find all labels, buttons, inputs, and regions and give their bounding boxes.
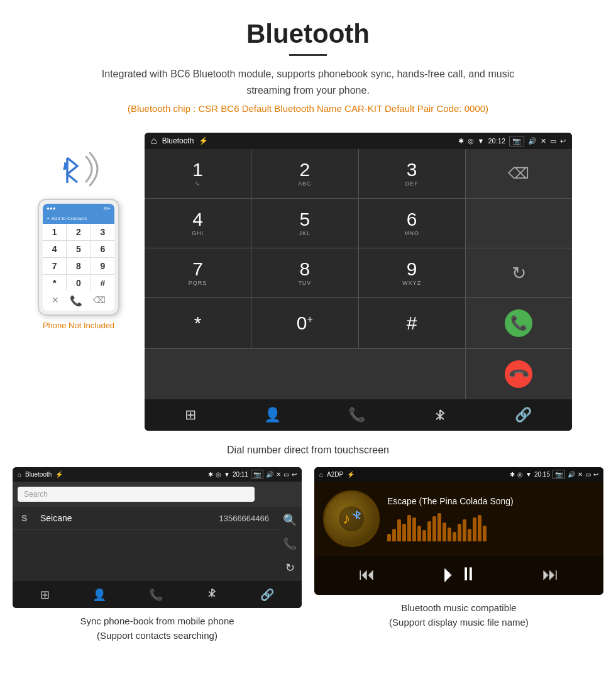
dialer-key-4[interactable]: 4 GHI [145,199,251,248]
play-pause-button[interactable]: ⏵⏸ [440,563,478,585]
nav-bluetooth-icon[interactable] [433,408,447,422]
dialer-refresh-cell[interactable]: ↻ [466,248,572,297]
phone-illustration: ʼ ●●●M+ +Add to Contacts 1 2 3 4 [19,133,138,330]
eq-bar [407,515,411,541]
backspace-icon: ⌫ [508,165,529,182]
dialer-key-8[interactable]: 8 TUV [251,248,358,297]
pb-nav-grid[interactable]: ⊞ [40,588,50,602]
prev-track-button[interactable]: ⏮ [359,565,375,584]
pb-call-icon[interactable]: 📞 [283,537,297,551]
phone-key-5[interactable]: 5 [67,241,90,257]
dialer-key-9[interactable]: 9 WXYZ [359,248,465,297]
pb-search-row: Search [13,482,302,507]
dialer-key-0[interactable]: 0+ [251,298,358,348]
dialer-key-6[interactable]: 6 MNO [359,199,465,248]
signal-icon: ▼ [478,137,485,145]
pb-nav-link[interactable]: 🔗 [260,588,274,602]
eq-bar [432,516,436,541]
phone-mockup: ●●●M+ +Add to Contacts 1 2 3 4 5 6 7 8 9… [38,199,119,316]
usb-icon: ⚡ [199,136,208,145]
page-title: Bluetooth [13,19,603,49]
dialer-call-green-cell[interactable]: 📞 [466,298,572,348]
music-time: 20:15 [534,471,550,478]
phone-key-0[interactable]: 0 [67,275,90,291]
next-track-button[interactable]: ⏭ [542,565,559,584]
pb-cam-icon[interactable]: 📷 [251,470,263,479]
phone-key-star[interactable]: * [43,275,66,291]
pb-back-icon[interactable]: ↩ [292,471,297,478]
pb-nav-bt[interactable] [206,587,217,602]
music-x-icon[interactable]: ✕ [578,471,583,478]
music-vol-icon[interactable]: 🔊 [568,471,575,478]
phone-key-3[interactable]: 3 [91,224,114,240]
eq-bar [453,532,456,541]
pb-win-icon[interactable]: ▭ [283,471,289,478]
pb-nav-phone[interactable]: 📞 [149,588,163,602]
pb-nav-contacts[interactable]: 👤 [92,588,106,602]
dialer-key-7[interactable]: 7 PQRS [145,248,251,297]
back-icon[interactable]: ↩ [560,137,566,145]
music-song-title: Escape (The Pina Colada Song) [387,496,595,506]
music-win-icon[interactable]: ▭ [585,471,591,478]
phone-key-4[interactable]: 4 [43,241,66,257]
close-icon[interactable]: ✕ [541,137,546,145]
dialer-call-red-cell[interactable]: 📞 [466,349,572,399]
home-icon[interactable]: ⌂ [151,135,157,147]
page-specs: (Bluetooth chip : CSR BC6 Default Blueto… [13,103,603,114]
phone-key-1[interactable]: 1 [43,224,66,240]
phone-key-6[interactable]: 6 [91,241,114,257]
dialer-key-2[interactable]: 2 ABC [251,149,358,198]
phone-key-7[interactable]: 7 [43,258,66,274]
nav-link-icon[interactable]: 🔗 [515,407,532,423]
music-info: Escape (The Pina Colada Song) [387,496,595,541]
pb-home-icon[interactable]: ⌂ [18,471,21,478]
phone-key-8[interactable]: 8 [67,258,90,274]
music-bt-icon: ✱ [510,471,515,478]
phone-key-2[interactable]: 2 [67,224,90,240]
music-back-icon[interactable]: ↩ [593,471,598,478]
nav-grid-icon[interactable]: ⊞ [185,407,196,423]
music-cam-icon[interactable]: 📷 [553,470,565,479]
phonebook-block: ⌂ Bluetooth ⚡ ✱ ◎ ▼ 20:11 📷 🔊 ✕ ▭ ↩ [13,467,302,643]
dialer-key-5[interactable]: 5 JKL [251,199,358,248]
eq-bar [478,515,481,541]
eq-bar [427,521,431,541]
pb-x-icon[interactable]: ✕ [276,471,281,478]
statusbar-right: ✱ ◎ ▼ 20:12 📷 🔊 ✕ ▭ ↩ [458,136,566,147]
music-sig-icon: ▼ [525,471,532,478]
pb-search-placeholder: Search [24,490,48,499]
call-red-button[interactable]: 📞 [505,360,532,388]
phone-keypad: 1 2 3 4 5 6 7 8 9 * 0 # [43,224,114,291]
volume-icon[interactable]: 🔊 [528,137,537,145]
svg-text:♪: ♪ [343,510,350,527]
pb-contact-letter: S [21,513,34,523]
music-home-icon[interactable]: ⌂ [319,471,323,478]
dialer-key-3[interactable]: 3 DEF [359,149,465,198]
music-screen: ⌂ A2DP ⚡ ✱ ◎ ▼ 20:15 📷 🔊 ✕ ▭ ↩ [314,467,603,595]
eq-bar [402,524,406,541]
call-end-icon: 📞 [507,362,531,385]
dialer-backspace-cell[interactable]: ⌫ [466,149,572,198]
call-green-button[interactable]: 📞 [505,309,532,337]
pb-refresh-icon[interactable]: ↻ [285,561,295,575]
nav-phone-icon[interactable]: 📞 [348,407,365,423]
pb-search-icon[interactable]: 🔍 [283,513,297,527]
pb-contact-item[interactable]: S Seicane 13566664466 [13,507,278,530]
dialer-key-star[interactable]: * [145,298,251,348]
window-icon[interactable]: ▭ [550,137,556,145]
nav-contacts-icon[interactable]: 👤 [264,407,281,423]
dialer-key-1[interactable]: 1 ∿ [145,149,251,198]
bluetooth-status-icon: ✱ [458,137,464,145]
pb-search-box[interactable]: Search [18,487,255,502]
pb-statusbar: ⌂ Bluetooth ⚡ ✱ ◎ ▼ 20:11 📷 🔊 ✕ ▭ ↩ [13,467,302,482]
pb-bt-icon: ✱ [208,471,213,478]
main-content: ʼ ●●●M+ +Add to Contacts 1 2 3 4 [0,126,616,437]
dialer-key-hash[interactable]: # [359,298,465,348]
eq-bar [397,519,401,541]
eq-bar [437,513,441,541]
phone-key-hash[interactable]: # [91,275,114,291]
phone-key-9[interactable]: 9 [91,258,114,274]
pb-vol-icon[interactable]: 🔊 [266,471,273,478]
phonebook-caption: Sync phone-book from mobile phone (Suppo… [80,608,234,643]
camera-icon[interactable]: 📷 [509,136,524,147]
